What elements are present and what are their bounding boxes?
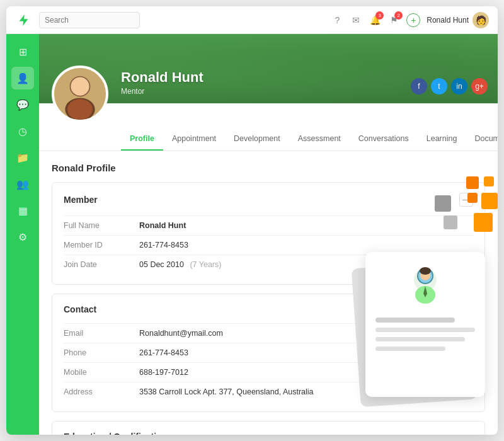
- linkedin-icon[interactable]: in: [451, 78, 467, 94]
- contact-card: Contact Email Ronaldhunt@ymail.com Phone…: [52, 294, 485, 412]
- profile-name-area: Ronald Hunt Mentor: [121, 69, 203, 96]
- sidebar-item-dashboard[interactable]: ⊞: [11, 40, 34, 63]
- sidebar-item-chat[interactable]: 💬: [11, 93, 34, 116]
- mobile-label: Mobile: [64, 368, 139, 377]
- sidebar-item-profile[interactable]: 👤: [11, 67, 34, 89]
- member-collapse-button[interactable]: —: [459, 193, 473, 207]
- alert-icon[interactable]: ⚑ 2: [387, 14, 400, 26]
- contact-address-row: Address 3538 Carroll Lock Apt. 377, Quee…: [64, 382, 473, 401]
- joindate-years: (7 Years): [190, 260, 221, 269]
- mail-icon[interactable]: ✉: [350, 14, 362, 26]
- add-button[interactable]: +: [406, 13, 420, 27]
- tab-appointment[interactable]: Appointment: [163, 128, 225, 151]
- facebook-icon[interactable]: f: [411, 78, 427, 94]
- contact-phone-row: Phone 261-774-8453: [64, 343, 473, 362]
- tab-conversations[interactable]: Conversations: [350, 128, 418, 151]
- profile-name: Ronald Hunt: [121, 69, 203, 86]
- profile-role: Mentor: [121, 87, 203, 96]
- sidebar-item-settings[interactable]: ⚙: [11, 226, 34, 248]
- googleplus-icon[interactable]: g+: [471, 78, 488, 94]
- svg-point-4: [67, 99, 93, 120]
- notification-icon[interactable]: 🔔 3: [369, 14, 381, 26]
- education-card: Education / Qualification: [52, 421, 485, 435]
- member-id-value: 261-774-8453: [139, 241, 188, 249]
- joindate-value: 05 Dec 2010 (7 Years): [139, 260, 221, 269]
- profile-banner: Ronald Hunt Mentor f t in g+: [39, 34, 498, 103]
- orange-sq-2: [484, 176, 494, 186]
- svg-point-3: [71, 77, 89, 96]
- sidebar-item-table[interactable]: ▦: [11, 199, 34, 222]
- phone-label: Phone: [64, 348, 139, 357]
- profile-tabs: Profile Appointment Development Assessme…: [39, 122, 498, 151]
- member-id-row: Member ID 261-774-8453: [64, 235, 473, 255]
- contact-mobile-row: Mobile 688-197-7012: [64, 362, 473, 382]
- top-bar: ? ✉ 🔔 3 ⚑ 2 + Ronald Hunt 🧑: [6, 6, 498, 34]
- user-chip[interactable]: Ronald Hunt 🧑: [427, 12, 489, 28]
- joindate-label: Join Date: [64, 260, 139, 269]
- member-card-title: Member: [64, 195, 98, 205]
- profile-body: Ronald Profile Member — Full Name Ronald…: [39, 151, 498, 435]
- tab-document[interactable]: Document: [466, 128, 498, 151]
- member-card-header: Member —: [64, 193, 473, 207]
- member-joindate-row: Join Date 05 Dec 2010 (7 Years): [64, 255, 473, 274]
- content-area: Ronald Hunt Mentor f t in g+ Profile App…: [39, 34, 498, 435]
- help-icon[interactable]: ?: [331, 14, 343, 26]
- mobile-value: 688-197-7012: [139, 368, 188, 377]
- notification-badge: 3: [375, 11, 384, 20]
- profile-avatar: [52, 66, 108, 122]
- app-window: ? ✉ 🔔 3 ⚑ 2 + Ronald Hunt 🧑 ⊞ 👤 💬 ◷ 📁: [6, 6, 498, 435]
- sidebar-item-users[interactable]: 👥: [11, 173, 34, 195]
- social-icons: f t in g+: [411, 78, 488, 94]
- contact-email-row: Email Ronaldhunt@ymail.com: [64, 323, 473, 343]
- sidebar-item-folder[interactable]: 📁: [11, 146, 34, 169]
- address-label: Address: [64, 387, 139, 396]
- tab-learning[interactable]: Learning: [418, 128, 466, 151]
- page-title: Ronald Profile: [52, 163, 485, 173]
- email-label: Email: [64, 329, 139, 338]
- member-id-label: Member ID: [64, 241, 139, 249]
- member-card: Member — Full Name Ronald Hunt Member ID…: [52, 182, 485, 285]
- tab-profile[interactable]: Profile: [121, 128, 163, 151]
- fullname-label: Full Name: [64, 221, 139, 230]
- address-value: 3538 Carroll Lock Apt. 377, Queensland, …: [139, 387, 314, 396]
- top-bar-right: ? ✉ 🔔 3 ⚑ 2 + Ronald Hunt 🧑: [331, 12, 489, 28]
- sidebar-item-clock[interactable]: ◷: [11, 120, 34, 142]
- contact-card-header: Contact: [64, 304, 473, 314]
- fullname-value: Ronald Hunt: [139, 221, 186, 230]
- alert-badge: 2: [394, 11, 403, 20]
- tab-development[interactable]: Development: [225, 128, 289, 151]
- education-card-title: Education / Qualification: [64, 432, 167, 435]
- twitter-icon[interactable]: t: [431, 78, 447, 94]
- education-card-header: Education / Qualification: [64, 432, 473, 435]
- member-fullname-row: Full Name Ronald Hunt: [64, 215, 473, 235]
- phone-value: 261-774-8453: [139, 348, 188, 357]
- email-value: Ronaldhunt@ymail.com: [139, 329, 223, 338]
- user-name-label: Ronald Hunt: [427, 16, 469, 25]
- search-input[interactable]: [39, 12, 140, 28]
- main-layout: ⊞ 👤 💬 ◷ 📁 👥 ▦ ⚙: [6, 34, 498, 435]
- tab-assessment[interactable]: Assessment: [289, 128, 350, 151]
- contact-card-title: Contact: [64, 304, 96, 314]
- app-logo: [15, 11, 33, 29]
- sidebar: ⊞ 👤 💬 ◷ 📁 👥 ▦ ⚙: [6, 34, 39, 435]
- user-avatar-small: 🧑: [472, 12, 489, 28]
